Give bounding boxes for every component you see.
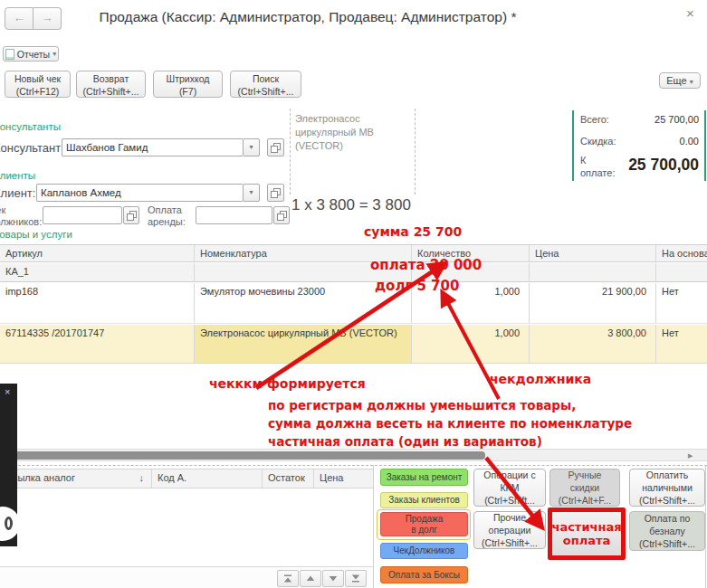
move-top-icon (282, 574, 293, 583)
goods-table-header: Артикул Номенклатура Количество Цена На … (0, 244, 707, 262)
sort-descending-icon: ↓ (139, 472, 145, 483)
analog-table-footer (0, 566, 373, 588)
filter-cell[interactable] (656, 263, 707, 281)
debtors-picker-button[interactable] (123, 206, 139, 224)
annotation-debtor-check: чекдолжника (490, 372, 591, 386)
analog-table-header: Ссылка аналог↓ Код А. Остаток Цена (0, 469, 373, 488)
analog-table-body[interactable] (0, 488, 373, 566)
annotation-note-2: сумма должна весеть на клиенте по номенк… (268, 416, 632, 431)
debtors-check-label: Чек должников: (0, 204, 43, 227)
open-picker-icon (277, 211, 287, 221)
row-price: 21 900,00 (530, 283, 656, 323)
button-label: Оплата за Боксы (388, 570, 460, 581)
new-check-button[interactable]: Новый чек (Ctrl+F12) (5, 71, 71, 98)
repair-orders-button[interactable]: Заказы на ремонт (380, 469, 468, 486)
vertical-divider (373, 465, 374, 588)
move-up-icon (305, 574, 316, 583)
recorder-badge-glyph (5, 517, 13, 530)
row-articul: 67114335 /201701747 (0, 325, 195, 363)
caret-down-icon: ▾ (53, 50, 56, 58)
button-label: Заказы клиентов (388, 495, 460, 506)
column-header-base[interactable]: На основании (656, 245, 707, 261)
filter-cell[interactable] (530, 263, 656, 281)
goods-filter-row[interactable]: КА_1 (0, 263, 707, 282)
filter-articul[interactable]: КА_1 (0, 263, 195, 281)
rent-picker-button[interactable] (273, 206, 290, 224)
display-calc-line: 1 x 3 800 = 3 800 (291, 196, 411, 214)
move-up-button[interactable] (300, 570, 321, 587)
consultant-label: Консультант: (0, 141, 64, 155)
annotation-sum: сумма 25 700 (364, 224, 462, 239)
h-scrollbar[interactable]: ▶ (0, 449, 707, 461)
caret-down-icon: ▾ (690, 78, 693, 86)
barcode-button[interactable]: Штрихкод (F7) (153, 71, 223, 98)
more-button[interactable]: Еще ▾ (659, 72, 701, 89)
open-picker-icon (271, 143, 281, 153)
client-picker-button[interactable] (267, 184, 284, 202)
display-divider (415, 109, 416, 194)
overlay-close-icon[interactable]: × (5, 386, 10, 397)
history-nav: ← → (5, 7, 62, 30)
scrollbar-thumb[interactable] (2, 451, 485, 460)
client-dropdown-button[interactable]: ▾ (243, 184, 260, 202)
debtors-check-button[interactable]: ЧекДолжников (380, 543, 468, 559)
consultants-section-header: Консультанты (0, 121, 61, 132)
row-nomenclature: Электронасос циркулярный МВ (VECTOR) (195, 325, 412, 363)
scroll-right-arrow-icon[interactable]: ▶ (688, 450, 693, 460)
chevron-down-icon: ▾ (249, 188, 253, 196)
consultant-picker-button[interactable] (267, 138, 284, 156)
open-picker-icon (271, 188, 281, 198)
button-label: Заказы на ремонт (387, 472, 463, 483)
column-header-code[interactable]: Код А. (152, 469, 263, 488)
display-divider (290, 109, 291, 194)
back-arrow-icon: ← (14, 11, 25, 24)
close-icon[interactable]: × (686, 5, 694, 21)
display-product-name: Электронасос циркулярный МВ (VECTOR) (295, 112, 404, 153)
pay-for-boxes-button[interactable]: Оплата за Боксы (380, 566, 468, 583)
move-down-button[interactable] (322, 570, 344, 587)
annotation-note-1: по регистрам должны уменьшится товары, (268, 398, 576, 413)
discount-value: 0.00 (597, 136, 699, 147)
column-header-stock[interactable]: Остаток (263, 469, 314, 488)
column-header-price2[interactable]: Цена (314, 469, 373, 488)
move-top-button[interactable] (277, 570, 299, 587)
rent-payment-label: Оплата аренды: (148, 204, 195, 227)
column-header-articul[interactable]: Артикул (0, 245, 195, 261)
row-base: Нет (656, 283, 707, 323)
client-label: Клиент: (0, 186, 35, 200)
sale-on-credit-button[interactable]: Продажа в долг (380, 512, 468, 536)
client-orders-button[interactable]: Заказы клиентов (380, 492, 468, 508)
recorder-badge[interactable] (0, 507, 20, 541)
annotation-partial-payment: частичная оплата (551, 520, 621, 547)
annotation-kkm: чекккм формируется (209, 376, 366, 391)
row-base: Нет (656, 325, 707, 363)
consultant-input[interactable]: Шахбанов Гамид (62, 138, 243, 156)
table-row[interactable]: imp168 Эмулятор мочевины 23000 1,000 21 … (0, 283, 707, 324)
recorder-overlay: × (0, 384, 17, 546)
kkm-operations-button[interactable]: Операции с ККМ (Ctrl+Shift... (473, 469, 546, 507)
manual-discounts-button[interactable]: Ручные скидки (Ctrl+Alt+F... (549, 469, 620, 507)
pay-cash-button[interactable]: Оплатить наличными (Ctrl+Shift+... (629, 469, 705, 507)
partial-payment-button[interactable]: частичная оплата (548, 507, 626, 560)
move-bottom-button[interactable] (345, 570, 367, 587)
forward-arrow-icon: → (42, 11, 53, 24)
pay-cashless-button[interactable]: Оплата по безналу (Ctrl+Shift+... (629, 511, 705, 551)
consultant-dropdown-button[interactable]: ▾ (243, 138, 260, 156)
client-input[interactable]: Капланов Ахмед (36, 184, 243, 202)
row-qty: 1,000 (412, 325, 530, 363)
other-operations-button[interactable]: Прочие операции (Ctrl+Shift+... (473, 511, 546, 549)
return-button[interactable]: Возврат (Ctrl+Shift+... (76, 71, 146, 98)
reports-button[interactable]: Отчеты ▾ (3, 46, 59, 62)
column-header-price[interactable]: Цена (530, 245, 656, 261)
row-price: 3 800,00 (530, 325, 656, 363)
button-label: ЧекДолжников (394, 545, 455, 556)
search-button[interactable]: Поиск (Ctrl+Shift+... (230, 71, 301, 98)
sale-window: ← → Продажа (Кассир: Администратор, Прод… (0, 0, 707, 588)
rent-payment-input[interactable] (196, 206, 272, 224)
column-header-analog-link[interactable]: Ссылка аналог↓ (0, 469, 152, 488)
panel-separator (0, 465, 707, 466)
back-button[interactable]: ← (5, 7, 33, 30)
debtors-check-input[interactable] (43, 206, 122, 224)
totals-divider (572, 110, 574, 181)
table-row-selected[interactable]: 67114335 /201701747 Электронасос циркуля… (0, 325, 707, 364)
